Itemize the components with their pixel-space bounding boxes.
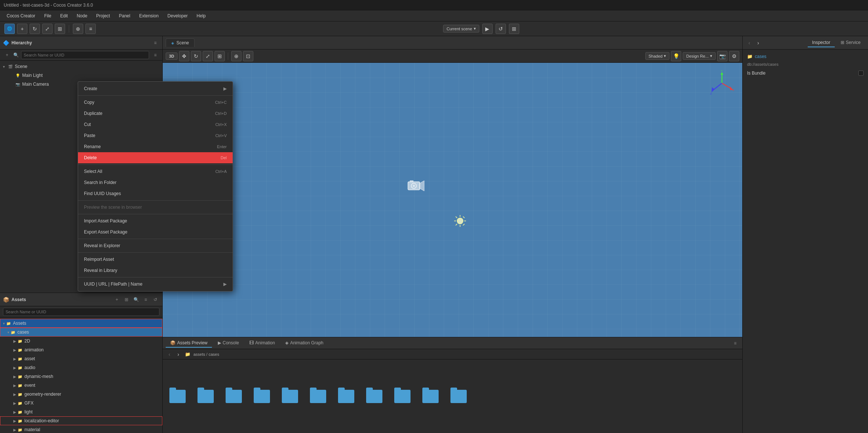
asset-item-geometry-renderer[interactable]: ▶ 📁 geometry-renderer [0, 390, 162, 399]
tree-item-scene[interactable]: ▾ 🎬 Scene [0, 62, 162, 71]
grid-button[interactable]: ⊞ [509, 24, 519, 34]
scene-settings-btn[interactable]: ⚙ [729, 51, 739, 61]
ctx-item-create[interactable]: Create ▶ [78, 83, 233, 94]
nav-back-btn[interactable]: ‹ [166, 351, 173, 357]
hierarchy-search-input[interactable] [21, 51, 149, 59]
scene-anchor-btn[interactable]: ⊕ [231, 51, 242, 61]
menu-file[interactable]: File [40, 12, 55, 20]
scale-gizmo-btn[interactable]: ⤢ [42, 24, 53, 34]
camera-settings-btn[interactable]: 📷 [717, 51, 727, 61]
play-button[interactable]: ▶ [482, 24, 493, 34]
asset-item-audio[interactable]: ▶ 📁 audio [0, 363, 162, 372]
asset-folder-4[interactable] [250, 385, 274, 408]
ctx-item-reimport[interactable]: Reimport Asset [78, 254, 233, 265]
menu-help[interactable]: Help [193, 12, 210, 20]
inspector-forward-btn[interactable]: › [754, 40, 762, 46]
ctx-item-export-package[interactable]: Export Asset Package [78, 226, 233, 238]
asset-item-assets[interactable]: ▾ 📁 Assets [0, 319, 162, 328]
asset-folder-9[interactable] [391, 385, 414, 408]
asset-folder-6[interactable] [306, 385, 330, 408]
assets-refresh-btn[interactable]: ↺ [151, 296, 159, 304]
tab-inspector[interactable]: Inspector [808, 38, 835, 47]
asset-folder-10[interactable] [419, 385, 442, 408]
asset-folder-11[interactable] [447, 385, 470, 408]
asset-folder-2[interactable] [194, 385, 217, 408]
assets-search-input[interactable] [3, 308, 159, 316]
tab-animation[interactable]: 🎞 Animation [245, 339, 279, 348]
menu-developer[interactable]: Developer [164, 12, 192, 20]
bottom-panel-menu-btn[interactable]: ≡ [731, 339, 739, 347]
scene-select-dropdown[interactable]: Current scene ▾ [443, 25, 479, 33]
ctx-item-duplicate[interactable]: Duplicate Ctrl+D [78, 108, 233, 119]
hierarchy-sort-btn[interactable]: ≡ [151, 51, 159, 59]
rotate-gizmo-btn[interactable]: ↻ [30, 24, 40, 34]
refresh-button[interactable]: ↺ [496, 24, 506, 34]
tab-assets-preview[interactable]: 📦 Assets Preview [166, 339, 212, 348]
tab-console[interactable]: ▶ Console [213, 339, 243, 348]
anchor-gizmo-btn[interactable]: ⊕ [73, 24, 83, 34]
asset-item-2d[interactable]: ▶ 📁 2D [0, 337, 162, 345]
asset-item-gfx[interactable]: ▶ 📁 GFX [0, 399, 162, 408]
hierarchy-add-btn[interactable]: + [3, 51, 11, 59]
asset-folder-8[interactable] [362, 385, 386, 408]
transform-gizmo-btn[interactable]: ⊞ [55, 24, 65, 34]
arrow-gfx: ▶ [13, 401, 16, 405]
ctx-item-rename[interactable]: Rename Enter [78, 141, 233, 152]
menu-node[interactable]: Node [73, 12, 91, 20]
scene-gizmo[interactable]: Y X Z [709, 70, 731, 92]
scene-rotate-btn[interactable]: ↻ [191, 51, 201, 61]
ctx-item-find-uuid[interactable]: Find UUID Usages [78, 188, 233, 199]
nav-forward-btn[interactable]: › [175, 351, 182, 357]
asset-item-material[interactable]: ▶ 📁 material [0, 425, 162, 433]
ctx-item-paste[interactable]: Paste Ctrl+V [78, 130, 233, 141]
scene-tab[interactable]: ◈ Scene [166, 38, 195, 47]
asset-item-localization-editor[interactable]: ▶ 📁 localization-editor [0, 416, 162, 425]
menu-cocos-creator[interactable]: Cocos Creator [3, 12, 39, 20]
assets-add-btn[interactable]: + [113, 296, 121, 304]
asset-folder-5[interactable] [278, 385, 302, 408]
hierarchy-menu-btn[interactable]: ≡ [151, 39, 159, 47]
assets-view-btn[interactable]: ⊞ [122, 296, 131, 304]
asset-folder-7[interactable] [334, 385, 358, 408]
asset-item-asset[interactable]: ▶ 📁 asset [0, 354, 162, 363]
move-gizmo-btn[interactable]: + [17, 24, 27, 34]
tab-animation-graph[interactable]: ◈ Animation Graph [281, 339, 328, 348]
menu-project[interactable]: Project [92, 12, 114, 20]
ctx-item-delete[interactable]: Delete Del [78, 152, 233, 163]
scene-snap-btn[interactable]: ⊡ [243, 51, 253, 61]
inspector-back-btn[interactable]: ‹ [746, 40, 753, 46]
ctx-item-import-package[interactable]: Import Asset Package [78, 215, 233, 226]
asset-folder-3[interactable] [222, 385, 246, 408]
ctx-item-reveal-library[interactable]: Reveal in Library [78, 265, 233, 276]
lighting-btn[interactable]: 💡 [671, 51, 681, 61]
3d-toggle-btn[interactable]: 3D [166, 52, 178, 60]
scene-move-btn[interactable]: ✥ [179, 51, 189, 61]
ctx-item-cut[interactable]: Cut Ctrl+X [78, 119, 233, 130]
asset-item-dynamic-mesh[interactable]: ▶ 📁 dynamic-mesh [0, 372, 162, 381]
scene-scale-btn[interactable]: ⤢ [203, 51, 213, 61]
ctx-item-uuid-url[interactable]: UUID | URL | FilePath | Name ▶ [78, 279, 233, 290]
shading-dropdown[interactable]: Shaded ▾ [645, 52, 670, 60]
tree-item-main-light[interactable]: 💡 Main Light [0, 71, 162, 80]
asset-item-event[interactable]: ▶ 📁 event [0, 381, 162, 390]
assets-menu-btn[interactable]: ≡ [142, 296, 150, 304]
align-btn[interactable]: ≡ [85, 24, 96, 34]
ctx-item-copy[interactable]: Copy Ctrl+C [78, 97, 233, 108]
tab-service[interactable]: ⊞ Service [836, 38, 865, 47]
assets-search-btn[interactable]: 🔍 [132, 296, 140, 304]
transform-toggle-btn[interactable]: 🌐 [4, 24, 15, 34]
scene-transform-btn[interactable]: ⊞ [215, 51, 225, 61]
menu-panel[interactable]: Panel [115, 12, 134, 20]
ctx-item-search-folder[interactable]: Search in Folder [78, 177, 233, 188]
menu-extension[interactable]: Extension [135, 12, 162, 20]
ctx-item-reveal-explorer[interactable]: Reveal in Explorer [78, 240, 233, 251]
inspector-bundle-checkbox[interactable] [858, 71, 864, 76]
design-res-dropdown[interactable]: Design Re... ▾ [683, 52, 716, 60]
menu-edit[interactable]: Edit [57, 12, 72, 20]
asset-folder-1[interactable] [166, 385, 189, 408]
ctx-item-select-all[interactable]: Select All Ctrl+A [78, 166, 233, 177]
asset-item-animation[interactable]: ▶ 📁 animation [0, 345, 162, 354]
inspector-folder-item[interactable]: 📁 cases [746, 52, 865, 61]
asset-item-cases[interactable]: ▾ 📁 cases [0, 328, 162, 337]
asset-item-light[interactable]: ▶ 📁 light [0, 408, 162, 416]
